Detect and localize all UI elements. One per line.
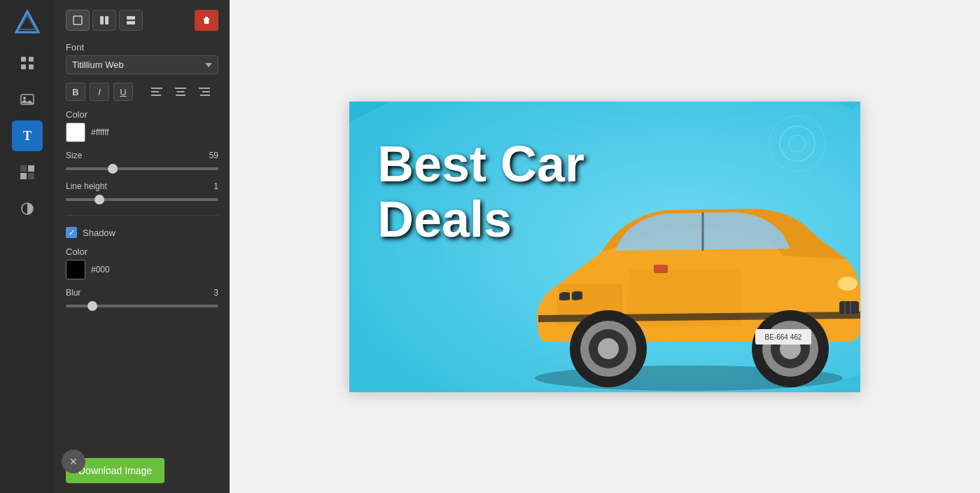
- svg-point-7: [23, 97, 26, 99]
- size-label: Size: [66, 151, 115, 160]
- layout-btn-1[interactable]: [66, 10, 90, 31]
- text-color-row: #ffffff: [66, 123, 218, 142]
- svg-rect-5: [29, 64, 34, 69]
- icon-bar: T: [0, 0, 55, 493]
- svg-rect-19: [151, 91, 159, 92]
- svg-rect-14: [100, 16, 104, 25]
- shadow-color-swatch[interactable]: [66, 260, 85, 279]
- shadow-color-section: Color #000: [66, 246, 218, 279]
- canvas-headline: Best Car Deals: [377, 137, 584, 247]
- divider-1: [66, 215, 218, 216]
- line-height-slider[interactable]: [66, 198, 218, 201]
- headline-line1: Best Car: [377, 137, 584, 192]
- blur-section: Blur 3: [66, 288, 218, 310]
- canvas-preview: Best Car Deals: [349, 102, 860, 392]
- shadow-toggle-row: Shadow: [66, 227, 218, 238]
- shadow-color-value: #000: [91, 265, 110, 275]
- blur-slider[interactable]: [66, 305, 218, 307]
- svg-rect-17: [127, 21, 135, 25]
- panel-toolbar: [66, 10, 218, 31]
- headline-line2: Deals: [377, 192, 584, 247]
- svg-point-66: [598, 338, 619, 359]
- svg-rect-15: [105, 16, 108, 25]
- layout-btn-3[interactable]: [119, 10, 143, 31]
- svg-rect-8: [20, 165, 27, 172]
- size-value: 59: [201, 151, 218, 160]
- font-select[interactable]: Titillium Web Arial Georgia Roboto: [66, 55, 218, 74]
- text-color-value: #ffffff: [91, 127, 109, 137]
- shadow-section: Shadow: [66, 227, 218, 238]
- blur-label: Blur: [66, 288, 115, 298]
- svg-rect-73: [654, 265, 668, 273]
- grid-tool-icon[interactable]: [12, 48, 43, 78]
- format-row: B I U: [66, 83, 218, 101]
- italic-button[interactable]: I: [90, 83, 109, 101]
- delete-button[interactable]: [195, 10, 218, 31]
- close-panel-button[interactable]: ✕: [62, 450, 85, 473]
- image-tool-icon[interactable]: [12, 84, 43, 115]
- size-slider[interactable]: [66, 167, 218, 170]
- shadow-checkbox[interactable]: [66, 227, 77, 238]
- size-label-row: Size 59: [66, 151, 218, 160]
- line-height-section: Line height 1: [66, 181, 218, 204]
- pattern-tool-icon[interactable]: [12, 157, 43, 188]
- align-left-button[interactable]: [147, 83, 167, 101]
- svg-rect-13: [74, 16, 82, 25]
- line-height-value: 1: [201, 181, 218, 191]
- svg-rect-4: [21, 64, 26, 69]
- properties-panel: Font Titillium Web Arial Georgia Roboto …: [55, 0, 230, 493]
- svg-rect-9: [28, 165, 34, 172]
- align-right-button[interactable]: [195, 83, 214, 101]
- svg-rect-18: [151, 88, 162, 89]
- svg-rect-26: [200, 95, 210, 96]
- svg-rect-25: [202, 91, 210, 92]
- svg-rect-23: [176, 95, 186, 96]
- svg-rect-21: [175, 88, 186, 89]
- svg-rect-22: [177, 91, 185, 92]
- svg-rect-16: [127, 16, 135, 20]
- font-label: Font: [66, 42, 218, 53]
- svg-rect-10: [20, 173, 27, 179]
- blur-label-row: Blur 3: [66, 288, 218, 298]
- svg-rect-20: [151, 95, 161, 96]
- app-logo[interactable]: [13, 8, 41, 36]
- align-center-button[interactable]: [171, 83, 190, 101]
- blur-value: 3: [201, 288, 218, 298]
- layout-btn-2[interactable]: [92, 10, 116, 31]
- contrast-tool-icon[interactable]: [12, 193, 43, 224]
- line-height-label-row: Line height 1: [66, 181, 218, 191]
- text-color-section: Color #ffffff: [66, 109, 218, 142]
- svg-point-67: [838, 277, 858, 291]
- font-section: Font Titillium Web Arial Georgia Roboto: [66, 42, 218, 74]
- svg-rect-2: [21, 57, 26, 62]
- svg-rect-11: [28, 173, 34, 179]
- svg-rect-24: [199, 88, 210, 89]
- main-canvas-area: Best Car Deals: [230, 0, 980, 493]
- shadow-label: Shadow: [83, 228, 115, 238]
- shadow-color-row: #000: [66, 260, 218, 279]
- svg-rect-3: [29, 57, 34, 62]
- text-color-swatch[interactable]: [66, 123, 85, 142]
- line-height-label: Line height: [66, 181, 115, 191]
- text-tool-icon[interactable]: T: [12, 120, 43, 151]
- size-section: Size 59: [66, 151, 218, 173]
- svg-text:BE-664 462: BE-664 462: [765, 333, 802, 341]
- svg-rect-68: [839, 301, 859, 314]
- bold-button[interactable]: B: [66, 83, 85, 101]
- text-color-label: Color: [66, 109, 218, 120]
- shadow-color-label: Color: [66, 246, 218, 257]
- underline-button[interactable]: U: [113, 83, 133, 101]
